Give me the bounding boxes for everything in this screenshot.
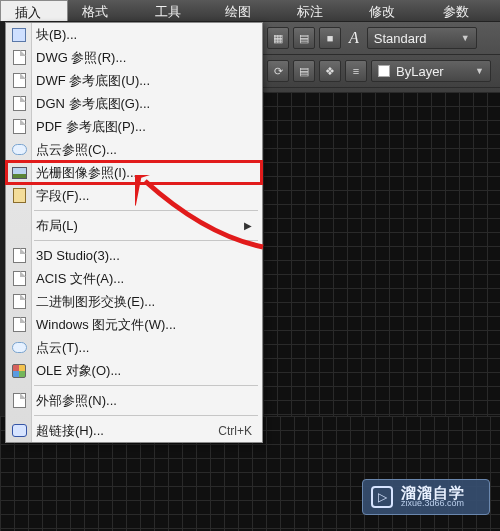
image-icon xyxy=(10,164,28,181)
layer-color-value: ByLayer xyxy=(396,64,444,79)
toolbar-button[interactable]: ▤ xyxy=(293,60,315,82)
block-icon xyxy=(10,26,28,43)
chevron-down-icon: ▼ xyxy=(475,66,484,76)
menu-insert[interactable]: 插入(I) xyxy=(0,0,68,21)
menuitem-hyperlink[interactable]: 超链接(H)... Ctrl+K xyxy=(6,419,262,442)
menuitem-pointcloud-ref[interactable]: 点云参照(C)... xyxy=(6,138,262,161)
menuitem-binary-dxf[interactable]: 二进制图形交换(E)... xyxy=(6,290,262,313)
menuitem-label: 块(B)... xyxy=(36,26,252,44)
link-icon xyxy=(10,422,28,439)
layer-color-swatch xyxy=(378,65,390,77)
menu-separator xyxy=(34,210,258,211)
menu-format[interactable]: 格式(O) xyxy=(68,0,141,21)
menuitem-dgn-underlay[interactable]: DGN 参考底图(G)... xyxy=(6,92,262,115)
document-icon xyxy=(10,49,28,66)
menuitem-layout[interactable]: 布局(L) ▶ xyxy=(6,214,262,237)
ole-icon xyxy=(10,362,28,379)
menu-separator xyxy=(34,385,258,386)
watermark-subtitle: zixue.3d66.com xyxy=(401,499,465,509)
menuitem-wmf[interactable]: Windows 图元文件(W)... xyxy=(6,313,262,336)
menuitem-label: Windows 图元文件(W)... xyxy=(36,316,252,334)
document-icon xyxy=(10,293,28,310)
toolbar-button[interactable]: ▤ xyxy=(293,27,315,49)
document-icon xyxy=(10,247,28,264)
document-icon xyxy=(10,316,28,333)
document-icon xyxy=(10,72,28,89)
toolbar-area: ▦ ▤ ■ A Standard ▼ ⟳ ▤ ❖ ≡ ByLayer ▼ xyxy=(263,22,500,92)
field-icon xyxy=(10,187,28,204)
menuitem-label: 二进制图形交换(E)... xyxy=(36,293,252,311)
menuitem-shortcut: Ctrl+K xyxy=(218,424,252,438)
menuitem-label: DWF 参考底图(U)... xyxy=(36,72,252,90)
toolbar-button[interactable]: ▦ xyxy=(267,27,289,49)
cloud-icon xyxy=(10,339,28,356)
play-icon: ▷ xyxy=(371,486,393,508)
menuitem-label: 点云(T)... xyxy=(36,339,252,357)
menuitem-raster-image-ref[interactable]: 光栅图像参照(I)... xyxy=(6,161,262,184)
menu-modify[interactable]: 修改(M) xyxy=(355,0,428,21)
toolbar-button[interactable]: ⟳ xyxy=(267,60,289,82)
document-icon xyxy=(10,95,28,112)
menuitem-pdf-underlay[interactable]: PDF 参考底图(P)... xyxy=(6,115,262,138)
submenu-arrow-icon: ▶ xyxy=(244,220,252,231)
toolbar-button[interactable]: ≡ xyxy=(345,60,367,82)
toolbar-row-2: ⟳ ▤ ❖ ≡ ByLayer ▼ xyxy=(263,55,500,88)
cloud-icon xyxy=(10,141,28,158)
text-style-value: Standard xyxy=(374,31,427,46)
menuitem-label: OLE 对象(O)... xyxy=(36,362,252,380)
watermark-badge: ▷ 溜溜自学 zixue.3d66.com xyxy=(362,479,490,515)
menuitem-block[interactable]: 块(B)... xyxy=(6,23,262,46)
menuitem-label: 3D Studio(3)... xyxy=(36,248,252,263)
menu-params[interactable]: 参数(P) xyxy=(429,0,500,21)
menuitem-label: 字段(F)... xyxy=(36,187,252,205)
menu-separator xyxy=(34,415,258,416)
toolbar-button[interactable]: ❖ xyxy=(319,60,341,82)
menu-draw[interactable]: 绘图(D) xyxy=(211,0,283,21)
toolbar-row-1: ▦ ▤ ■ A Standard ▼ xyxy=(263,22,500,55)
text-style-dropdown[interactable]: Standard ▼ xyxy=(367,27,477,49)
menuitem-ole[interactable]: OLE 对象(O)... xyxy=(6,359,262,382)
menu-separator xyxy=(34,240,258,241)
menuitem-label: 点云参照(C)... xyxy=(36,141,252,159)
menu-bar: 插入(I) 格式(O) 工具(T) 绘图(D) 标注(N) 修改(M) 参数(P… xyxy=(0,0,500,22)
menuitem-3dstudio[interactable]: 3D Studio(3)... xyxy=(6,244,262,267)
menuitem-label: 光栅图像参照(I)... xyxy=(36,164,252,182)
menuitem-field[interactable]: 字段(F)... xyxy=(6,184,262,207)
menuitem-xref[interactable]: 外部参照(N)... xyxy=(6,389,262,412)
menuitem-label: 超链接(H)... xyxy=(36,422,210,440)
menu-tools[interactable]: 工具(T) xyxy=(141,0,212,21)
menuitem-label: DWG 参照(R)... xyxy=(36,49,252,67)
menuitem-dwg-ref[interactable]: DWG 参照(R)... xyxy=(6,46,262,69)
menu-dimension[interactable]: 标注(N) xyxy=(283,0,355,21)
menuitem-label: 外部参照(N)... xyxy=(36,392,252,410)
toolbar-button[interactable]: ■ xyxy=(319,27,341,49)
menuitem-label: 布局(L) xyxy=(36,217,244,235)
insert-menu-dropdown: 块(B)... DWG 参照(R)... DWF 参考底图(U)... DGN … xyxy=(5,22,263,443)
layer-color-dropdown[interactable]: ByLayer ▼ xyxy=(371,60,491,82)
menuitem-label: PDF 参考底图(P)... xyxy=(36,118,252,136)
chevron-down-icon: ▼ xyxy=(461,33,470,43)
menuitem-label: ACIS 文件(A)... xyxy=(36,270,252,288)
document-icon xyxy=(10,118,28,135)
document-icon xyxy=(10,270,28,287)
menuitem-acis[interactable]: ACIS 文件(A)... xyxy=(6,267,262,290)
menuitem-pointcloud[interactable]: 点云(T)... xyxy=(6,336,262,359)
text-style-icon: A xyxy=(345,29,363,47)
menuitem-dwf-underlay[interactable]: DWF 参考底图(U)... xyxy=(6,69,262,92)
menuitem-label: DGN 参考底图(G)... xyxy=(36,95,252,113)
document-icon xyxy=(10,392,28,409)
